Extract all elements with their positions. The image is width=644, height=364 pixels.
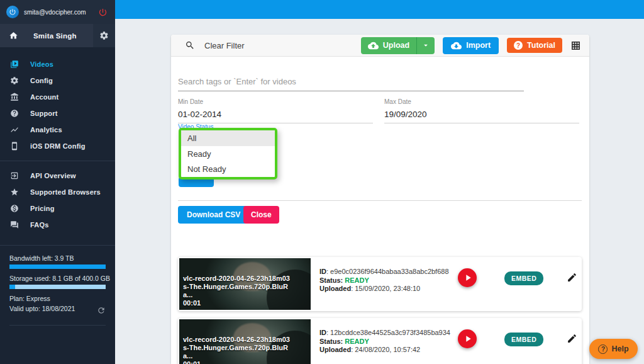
refresh-icon[interactable]	[97, 306, 106, 315]
import-button[interactable]: Import	[443, 37, 499, 54]
gear-icon	[10, 76, 19, 85]
min-date-label: Min Date	[178, 98, 373, 105]
dollar-circle-icon	[10, 204, 19, 213]
video-id: : 12bcddce38e44525a3c973f3485ba934	[326, 329, 450, 336]
cloud-upload-icon	[368, 40, 379, 51]
sidebar-item-api-overview[interactable]: API Overview	[0, 168, 115, 184]
min-date-input[interactable]	[178, 106, 373, 123]
search-icon	[185, 40, 195, 50]
play-button[interactable]	[458, 329, 477, 348]
id-label: ID	[319, 268, 326, 275]
sidebar-item-videos[interactable]: Videos	[0, 56, 115, 72]
sidebar-item-support[interactable]: Support	[0, 105, 115, 122]
video-status-option-not-ready[interactable]: Not Ready	[181, 161, 275, 177]
line-chart-icon	[10, 125, 19, 134]
sidebar-item-analytics[interactable]: Analytics	[0, 122, 115, 138]
bank-icon	[10, 93, 19, 101]
edit-pencil-button[interactable]	[567, 333, 577, 344]
sidebar-item-supported-browsers[interactable]: Supported Browsers	[0, 184, 115, 200]
video-duration: 00:01	[183, 360, 201, 364]
upload-split-button: Upload	[361, 37, 435, 54]
help-button[interactable]: ? Help	[589, 339, 638, 359]
video-info: ID: 12bcddce38e44525a3c973f3485ba934 Sta…	[319, 329, 450, 355]
top-blue-bar	[115, 0, 644, 19]
videos-panel: Clear Filter Upload Import ? Tutorial	[171, 35, 589, 364]
video-library-icon	[10, 60, 19, 69]
video-status-dropdown: All Ready Not Ready	[179, 128, 277, 179]
filter-toolbar: Clear Filter Upload Import ? Tutorial	[171, 35, 589, 57]
sidebar-item-config[interactable]: Config	[0, 72, 115, 89]
edit-pencil-button[interactable]	[567, 272, 577, 283]
pencil-icon	[567, 333, 577, 344]
bandwidth-progress-bar	[9, 264, 106, 269]
video-title: vlc-record-2020-04-26-23h18m03s-The.Hung…	[183, 336, 290, 360]
video-title: vlc-record-2020-04-26-23h18m03s-The.Hung…	[183, 275, 290, 299]
video-info: ID: e9e0c0236f9644babaa33a8abc2bf688 Sta…	[319, 268, 449, 293]
sidebar-item-account[interactable]: Account	[0, 89, 115, 105]
max-date-label: Max Date	[384, 98, 579, 105]
embed-button[interactable]: EMBED	[504, 333, 543, 346]
video-thumbnail[interactable]: vlc-record-2020-04-26-23h18m03s-The.Hung…	[179, 258, 311, 310]
status-value: READY	[345, 276, 369, 284]
sidebar-item-label: API Overview	[30, 172, 76, 179]
video-duration: 00:01	[183, 299, 201, 307]
chat-icon	[10, 220, 19, 229]
sidebar-item-pricing[interactable]: Pricing	[0, 200, 115, 217]
sidebar-item-label: iOS DRM Config	[30, 142, 86, 150]
valid-upto-text: Valid upto: 18/08/2021	[9, 305, 75, 312]
close-button[interactable]: Close	[243, 206, 279, 224]
sidebar-divider	[9, 325, 106, 326]
storage-text: Storage used: 8.1 GB of 400.0 GB	[9, 275, 106, 282]
upload-label: Upload	[383, 41, 409, 50]
status-label: Status:	[319, 276, 343, 284]
account-usage-panel: Bandwidth left: 3.9 TB Storage used: 8.1…	[0, 245, 115, 326]
pencil-icon	[567, 272, 577, 283]
upload-button[interactable]: Upload	[361, 37, 416, 54]
uploaded-value: : 24/08/2020, 10:57:42	[351, 346, 420, 353]
sidebar-item-label: Supported Browsers	[30, 188, 101, 196]
storage-progress-bar	[9, 285, 106, 289]
sidebar-item-label: Support	[30, 110, 58, 117]
sidebar-item-label: Videos	[30, 60, 53, 68]
logout-power-icon[interactable]	[98, 8, 108, 17]
id-label: ID	[319, 329, 326, 336]
tutorial-button[interactable]: ? Tutorial	[507, 38, 562, 53]
sidebar-divider	[0, 161, 115, 161]
sidebar-item-label: Analytics	[30, 126, 62, 134]
sidebar-item-label: FAQs	[30, 221, 49, 229]
section-divider	[178, 200, 582, 201]
download-csv-button[interactable]: Download CSV	[178, 206, 249, 224]
uploaded-value: : 15/09/2020, 23:48:10	[351, 285, 420, 292]
bandwidth-text: Bandwidth left: 3.9 TB	[9, 254, 106, 262]
exit-to-app-icon	[10, 171, 19, 180]
import-label: Import	[466, 41, 491, 50]
sidebar-item-faqs[interactable]: FAQs	[0, 217, 115, 233]
grid-view-icon[interactable]	[570, 40, 581, 51]
profile-row: Smita Singh	[0, 24, 115, 47]
video-thumbnail[interactable]: vlc-record-2020-04-26-23h18m03s-The.Hung…	[179, 319, 311, 364]
embed-button[interactable]: EMBED	[504, 271, 543, 285]
home-icon[interactable]	[9, 31, 18, 40]
video-row: vlc-record-2020-04-26-23h18m03s-The.Hung…	[178, 257, 582, 311]
video-status-option-ready[interactable]: Ready	[181, 146, 275, 162]
max-date-input[interactable]	[384, 106, 579, 123]
account-email: smita@vdocipher.com	[24, 9, 98, 16]
upload-options-caret[interactable]	[416, 37, 435, 54]
sidebar-header: smita@vdocipher.com	[0, 0, 115, 24]
status-value: READY	[345, 338, 369, 345]
play-icon	[462, 273, 473, 283]
sidebar-item-label: Account	[30, 93, 58, 101]
play-button[interactable]	[458, 268, 477, 287]
clear-filter-button[interactable]: Clear Filter	[204, 41, 245, 50]
sidebar-item-label: Pricing	[30, 205, 55, 212]
status-label: Status:	[319, 338, 343, 345]
question-circle-icon: ?	[514, 41, 523, 50]
video-status-option-all[interactable]: All	[181, 130, 275, 146]
question-circle-icon: ?	[598, 344, 608, 354]
tutorial-label: Tutorial	[527, 41, 555, 50]
settings-button[interactable]	[93, 24, 115, 47]
sidebar-item-ios-drm-config[interactable]: iOS DRM Config	[0, 138, 115, 154]
search-tags-input[interactable]	[178, 74, 524, 91]
video-id: : e9e0c0236f9644babaa33a8abc2bf688	[326, 268, 449, 275]
video-row: vlc-record-2020-04-26-23h18m03s-The.Hung…	[178, 318, 582, 364]
